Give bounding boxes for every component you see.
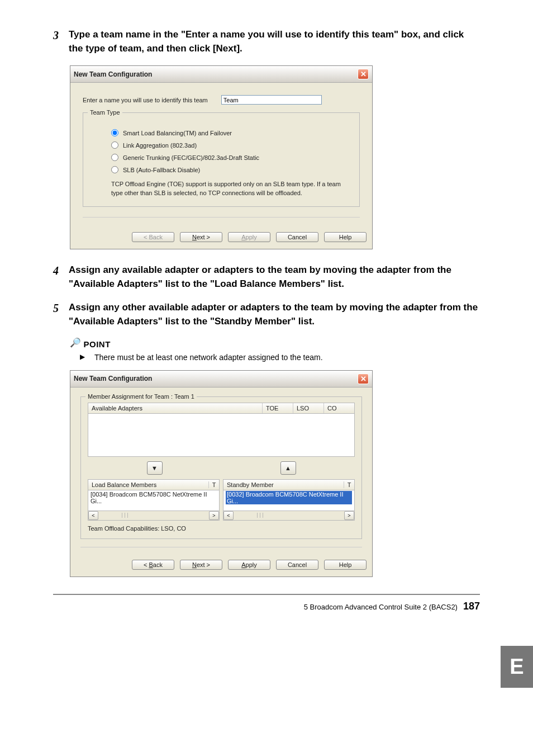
scroll-right-icon[interactable]: > — [209, 511, 219, 520]
load-balance-list[interactable]: [0034] Broadcom BCM5708C NetXtreme II Gi… — [88, 490, 220, 511]
radio-input[interactable] — [111, 129, 118, 136]
load-balance-column: Load Balance Members T [0034] Broadcom B… — [88, 479, 220, 521]
step-text: Assign any other available adapter or ad… — [69, 301, 480, 328]
scroll-thumb[interactable]: ⏐⏐⏐ — [234, 513, 344, 518]
close-icon[interactable]: ✕ — [358, 69, 369, 79]
radio-input[interactable] — [111, 141, 118, 149]
step-3: 3 Type a team name in the "Enter a name … — [53, 28, 480, 55]
team-type-fieldset: Team Type Smart Load Balancing(TM) and F… — [83, 112, 360, 207]
col-t[interactable]: T — [209, 481, 219, 488]
triangle-up-icon: ▲ — [285, 465, 291, 471]
standby-list[interactable]: [0032] Broadcom BCM5708C NetXtreme II Gi… — [223, 490, 355, 511]
footer-section: 5 Broadcom Advanced Control Suite 2 (BAC… — [304, 603, 458, 611]
team-offload-caps: Team Offload Capabilities: LSO, CO — [88, 525, 355, 532]
next-button[interactable]: Next > — [180, 560, 222, 570]
point-bullet-icon: ▶ — [70, 353, 94, 362]
page-footer: 5 Broadcom Advanced Control Suite 2 (BAC… — [53, 594, 480, 612]
hscroll[interactable]: < ⏐⏐⏐ > — [88, 511, 220, 521]
radio-generic-trunking[interactable]: Generic Trunking (FEC/GEC)/802.3ad-Draft… — [111, 154, 345, 161]
step-text: Assign any available adapter or adapters… — [69, 263, 480, 291]
radio-label: Link Aggregation (802.3ad) — [123, 142, 197, 149]
page-number: 187 — [463, 601, 480, 612]
magnifier-icon: 🔎 — [70, 337, 82, 348]
list-item[interactable]: [0032] Broadcom BCM5708C NetXtreme II Gi… — [226, 491, 352, 504]
point-label-text: POINT — [84, 339, 111, 349]
help-button[interactable]: Help — [324, 560, 367, 570]
help-button[interactable]: Help — [324, 232, 367, 242]
team-name-label: Enter a name you will use to identify th… — [83, 97, 208, 103]
load-balance-header: Load Balance Members T — [88, 479, 220, 490]
point-heading: 🔎 POINT — [70, 339, 480, 349]
step-number: 4 — [53, 263, 69, 291]
hscroll[interactable]: < ⏐⏐⏐ > — [223, 511, 355, 521]
scroll-left-icon[interactable]: < — [223, 511, 234, 520]
point-text: There must be at least one network adapt… — [94, 353, 323, 362]
radio-input[interactable] — [111, 166, 118, 173]
radio-label: SLB (Auto-Fallback Disable) — [123, 167, 200, 173]
scroll-right-icon[interactable]: > — [344, 511, 354, 520]
cancel-button[interactable]: Cancel — [276, 232, 318, 242]
scroll-thumb[interactable]: ⏐⏐⏐ — [98, 513, 209, 518]
cancel-button[interactable]: Cancel — [276, 560, 318, 570]
radio-input[interactable] — [111, 154, 118, 161]
standby-column: Standby Member T [0032] Broadcom BCM5708… — [223, 479, 355, 521]
radio-smart-load-balancing[interactable]: Smart Load Balancing(TM) and Failover — [111, 129, 345, 136]
step-5: 5 Assign any other available adapter or … — [53, 301, 480, 328]
back-button[interactable]: < Back — [132, 232, 174, 242]
step-text: Type a team name in the "Enter a name yo… — [69, 28, 480, 55]
arrow-row: ▼ ▲ — [88, 461, 355, 475]
apply-button[interactable]: Apply — [228, 560, 270, 570]
members-columns: Load Balance Members T [0034] Broadcom B… — [88, 479, 355, 521]
move-up-button[interactable]: ▲ — [280, 461, 296, 475]
back-button[interactable]: < Back — [132, 560, 174, 570]
col-load-balance[interactable]: Load Balance Members — [88, 481, 209, 488]
separator — [80, 547, 362, 547]
dialog-new-team-config-1: New Team Configuration ✕ Enter a name yo… — [70, 65, 373, 249]
step-4: 4 Assign any available adapter or adapte… — [53, 263, 480, 291]
available-adapters-list[interactable] — [88, 414, 355, 457]
dialog-title: New Team Configuration — [74, 375, 152, 382]
dialog-title: New Team Configuration — [74, 70, 152, 78]
col-lso[interactable]: LSO — [293, 403, 324, 413]
step-number: 3 — [53, 28, 69, 55]
next-button[interactable]: Next > — [180, 232, 222, 242]
col-available[interactable]: Available Adapters — [88, 403, 263, 413]
fieldset-legend: Team Type — [88, 109, 122, 116]
standby-header: Standby Member T — [223, 479, 355, 490]
close-icon[interactable]: ✕ — [358, 374, 369, 384]
col-t[interactable]: T — [344, 481, 354, 488]
separator — [83, 217, 360, 218]
col-toe[interactable]: TOE — [263, 403, 293, 413]
available-adapters-header: Available Adapters TOE LSO CO — [88, 403, 355, 414]
team-name-row: Enter a name you will use to identify th… — [83, 95, 360, 105]
titlebar: New Team Configuration ✕ — [70, 66, 372, 83]
dialog-new-team-config-2: New Team Configuration ✕ Member Assignme… — [70, 370, 373, 577]
triangle-down-icon: ▼ — [151, 465, 158, 471]
move-down-button[interactable]: ▼ — [147, 461, 163, 475]
radio-slb-auto-fallback[interactable]: SLB (Auto-Fallback Disable) — [111, 166, 345, 173]
team-name-input[interactable] — [221, 95, 322, 105]
col-co[interactable]: CO — [324, 403, 354, 413]
team-type-hint: TCP Offload Engine (TOE) support is supp… — [111, 180, 345, 197]
radio-label: Generic Trunking (FEC/GEC)/802.3ad-Draft… — [123, 154, 259, 161]
dialog-button-row: < Back Next > Apply Cancel Help — [70, 229, 372, 249]
fieldset-legend: Member Assignment for Team : Team 1 — [85, 393, 197, 400]
point-callout: 🔎 POINT ▶ There must be at least one net… — [70, 339, 480, 362]
point-body: ▶ There must be at least one network ada… — [70, 353, 480, 362]
dialog-button-row: < Back Next > Apply Cancel Help — [70, 556, 372, 577]
radio-link-aggregation[interactable]: Link Aggregation (802.3ad) — [111, 141, 345, 149]
scroll-left-icon[interactable]: < — [88, 511, 98, 520]
step-number: 5 — [53, 301, 69, 328]
list-item[interactable]: [0034] Broadcom BCM5708C NetXtreme II Gi… — [91, 491, 217, 504]
radio-label: Smart Load Balancing(TM) and Failover — [123, 130, 232, 136]
titlebar: New Team Configuration ✕ — [70, 371, 372, 388]
member-assignment-fieldset: Member Assignment for Team : Team 1 Avai… — [80, 396, 362, 539]
apply-button[interactable]: Apply — [228, 232, 270, 242]
col-standby[interactable]: Standby Member — [223, 481, 344, 488]
